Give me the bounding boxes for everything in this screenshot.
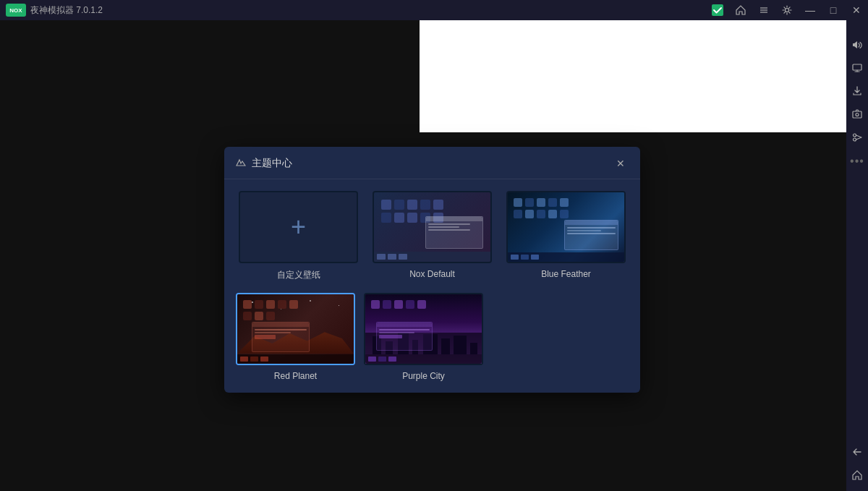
titlebar-maximize-button[interactable]: □	[822, 0, 845, 20]
titlebar-minimize-button[interactable]: —	[799, 0, 822, 20]
white-content-panel	[420, 20, 846, 132]
theme-item-purple-city[interactable]: Purple City	[364, 293, 483, 381]
app-title: 夜神模拟器 7.0.1.2	[30, 4, 103, 17]
theme-label-nox-default: Nox Default	[409, 269, 455, 279]
title-bar-controls: — □ ✕	[706, 0, 868, 20]
theme-item-custom[interactable]: + 自定义壁纸	[236, 191, 361, 281]
right-sidebar: •••	[846, 0, 868, 491]
svg-point-9	[856, 114, 859, 116]
title-bar: NOX 夜神模拟器 7.0.1.2	[0, 0, 868, 20]
theme-label-blue-feather: Blue Feather	[541, 269, 591, 279]
more-options-dots[interactable]: •••	[850, 155, 864, 168]
dialog-themes-row2: Red Planet	[224, 293, 640, 393]
screenshot-icon[interactable]	[847, 104, 867, 124]
dialog-title-icon	[236, 158, 246, 170]
nox-logo: NOX	[6, 4, 26, 17]
theme-item-nox-default[interactable]: Nox Default	[370, 191, 495, 281]
import-icon[interactable]	[847, 81, 867, 101]
add-custom-icon: +	[291, 214, 306, 240]
theme-thumbnail-red-planet	[236, 293, 355, 365]
theme-label-purple-city: Purple City	[402, 371, 445, 381]
volume-icon[interactable]	[847, 35, 867, 55]
titlebar-check-icon[interactable]	[706, 0, 729, 20]
dialog-title: 主题中心	[252, 157, 292, 170]
screen-icon[interactable]	[847, 58, 867, 78]
theme-item-blue-feather[interactable]: Blue Feather	[503, 191, 629, 281]
svg-rect-5	[853, 64, 861, 70]
back-icon[interactable]	[847, 442, 867, 462]
titlebar-home-icon[interactable]	[729, 0, 752, 20]
titlebar-settings-icon[interactable]	[775, 0, 799, 20]
theme-thumbnail-nox-default	[373, 191, 492, 263]
theme-dialog: 主题中心 ✕ + 自定义壁纸	[224, 147, 640, 393]
title-bar-left: NOX 夜神模拟器 7.0.1.2	[0, 4, 103, 17]
main-area: 主题中心 ✕ + 自定义壁纸	[0, 20, 846, 491]
svg-point-4	[786, 9, 789, 12]
theme-thumbnail-purple-city	[364, 293, 483, 365]
theme-thumbnail-blue-feather	[506, 191, 626, 263]
theme-thumbnail-custom: +	[239, 191, 358, 263]
dialog-header: 主题中心 ✕	[224, 147, 640, 179]
dialog-close-button[interactable]: ✕	[613, 155, 629, 171]
theme-label-custom: 自定义壁纸	[277, 269, 320, 281]
theme-label-red-planet: Red Planet	[274, 371, 317, 381]
titlebar-close-button[interactable]: ✕	[845, 0, 868, 20]
titlebar-menu-icon[interactable]	[752, 0, 775, 20]
dialog-themes-row1: + 自定义壁纸	[224, 179, 640, 293]
scissors-icon[interactable]	[847, 127, 867, 148]
home-icon[interactable]	[847, 465, 867, 485]
theme-item-red-planet[interactable]: Red Planet	[236, 293, 355, 381]
svg-rect-8	[853, 111, 861, 118]
